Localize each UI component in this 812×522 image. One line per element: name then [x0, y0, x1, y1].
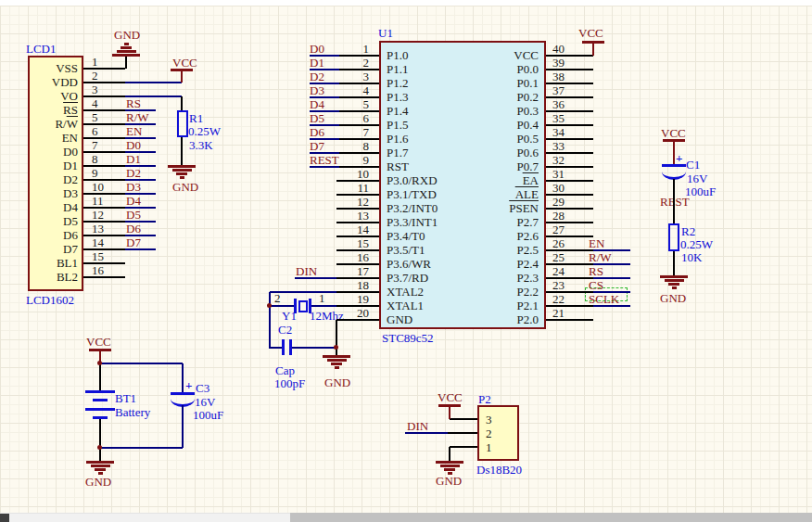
p2-body[interactable] — [477, 405, 519, 461]
lcd1-comment[interactable]: LCD1602 — [26, 294, 74, 306]
net-label[interactable]: RS — [126, 97, 141, 109]
r2-resistor-symbol[interactable] — [668, 223, 679, 251]
gnd-power-symbol-bar[interactable] — [98, 472, 103, 475]
net-label[interactable]: D0 — [310, 43, 324, 55]
wire-segment[interactable] — [181, 96, 183, 110]
bt1-battery-plate-short-1[interactable] — [93, 399, 108, 401]
lcd-pin-wire[interactable] — [83, 137, 125, 139]
lcd-pin-wire[interactable] — [83, 207, 125, 209]
u1-comment[interactable]: STC89c52 — [382, 332, 434, 344]
gnd-label-top[interactable]: GND — [114, 29, 140, 41]
r1-resistor-symbol[interactable] — [177, 110, 188, 137]
wire-segment[interactable] — [182, 363, 184, 392]
net-label[interactable]: EN — [126, 125, 142, 137]
wire-segment[interactable] — [673, 251, 675, 275]
gnd-power-symbol-bar[interactable] — [176, 172, 187, 175]
wire-segment[interactable] — [99, 363, 101, 390]
net-label[interactable]: D5 — [310, 112, 324, 124]
net-label[interactable]: D7 — [310, 140, 324, 152]
gnd-power-symbol-bar[interactable] — [91, 465, 110, 467]
c1-voltage[interactable]: 16V — [687, 172, 707, 185]
gnd-power-symbol-bar[interactable] — [86, 461, 114, 464]
wire-segment[interactable] — [448, 432, 477, 434]
vcc-power-stub[interactable] — [673, 142, 675, 164]
net-label[interactable]: D4 — [310, 98, 324, 110]
wire-segment[interactable] — [311, 305, 336, 307]
wire-segment[interactable] — [673, 179, 675, 223]
wire-segment[interactable] — [100, 363, 183, 364]
gnd-power-symbol-bar[interactable] — [335, 366, 339, 369]
r1-rating[interactable]: 0.25W — [188, 125, 221, 137]
gnd-power-symbol-bar[interactable] — [672, 286, 677, 289]
net-label[interactable]: REST — [310, 154, 339, 166]
net-label[interactable]: D0 — [126, 139, 141, 151]
p2-designator[interactable]: P2 — [478, 393, 491, 405]
gnd-label-r2[interactable]: GND — [660, 292, 686, 304]
gnd-power-symbol-bar[interactable] — [112, 54, 140, 57]
bt1-battery-plate-long-1[interactable] — [85, 390, 115, 393]
lcd-pin-wire[interactable] — [83, 248, 125, 250]
vcc-power-stub[interactable] — [181, 71, 183, 83]
net-label[interactable]: CS — [589, 279, 603, 291]
u1-pin-wire[interactable] — [546, 319, 593, 321]
wire-segment[interactable] — [449, 447, 450, 461]
lcd-pin-wire[interactable] — [83, 109, 125, 111]
p2-comment[interactable]: Ds18B20 — [476, 464, 522, 476]
net-label[interactable]: D2 — [126, 167, 141, 179]
lcd-pin-wire[interactable] — [83, 235, 125, 236]
vcc-label-battery[interactable]: VCC — [86, 336, 111, 348]
gnd-power-symbol-bar[interactable] — [180, 176, 184, 179]
vcc-power-stub[interactable] — [449, 407, 450, 419]
net-label[interactable]: R/W — [589, 251, 612, 263]
lcd-pin-wire[interactable] — [83, 82, 125, 83]
lcd-pin-wire[interactable] — [83, 123, 125, 125]
lcd-pin-wire[interactable] — [83, 179, 125, 181]
wire-segment[interactable] — [181, 137, 183, 165]
gnd-power-symbol-bar[interactable] — [327, 359, 347, 362]
lcd-pin-wire[interactable] — [83, 68, 125, 70]
wire-segment[interactable] — [125, 82, 182, 83]
gnd-power-symbol-bar[interactable] — [448, 472, 452, 475]
lcd-pin-wire[interactable] — [83, 221, 125, 223]
lcd-pin-wire[interactable] — [83, 165, 125, 167]
net-label[interactable]: DIN — [296, 265, 317, 277]
r1-value[interactable]: 3.3K — [189, 139, 213, 151]
gnd-power-symbol-bar[interactable] — [436, 461, 463, 464]
c2-designator[interactable]: C2 — [278, 324, 292, 336]
u1-designator[interactable]: U1 — [378, 27, 393, 39]
gnd-power-symbol-bar[interactable] — [168, 165, 196, 168]
wire-segment[interactable] — [270, 305, 294, 307]
wire-segment[interactable] — [270, 347, 282, 349]
wire-segment[interactable] — [450, 418, 477, 420]
gnd-power-symbol-bar[interactable] — [440, 465, 460, 467]
wire-segment[interactable] — [292, 347, 336, 349]
r2-value[interactable]: 10K — [681, 251, 702, 263]
lcd1-designator[interactable]: LCD1 — [26, 43, 57, 55]
gnd-power-symbol-bar[interactable] — [668, 283, 679, 286]
vcc-power-stub[interactable] — [592, 44, 594, 56]
gnd-power-symbol-bar[interactable] — [124, 43, 129, 45]
net-label[interactable]: D6 — [126, 223, 141, 235]
vcc-label-u1[interactable]: VCC — [578, 27, 603, 39]
vcc-label-lcd[interactable]: VCC — [172, 57, 197, 69]
wire-segment[interactable] — [125, 57, 127, 69]
y1-designator[interactable]: Y1 — [282, 310, 297, 322]
y1-crystal-body[interactable] — [298, 300, 308, 312]
wire-segment[interactable] — [100, 447, 183, 449]
bt1-designator[interactable]: BT1 — [115, 392, 136, 404]
c2-value[interactable]: 100pF — [274, 377, 305, 389]
bt1-battery-plate-long-2[interactable] — [85, 408, 115, 411]
net-label[interactable]: R/W — [126, 111, 149, 123]
gnd-power-symbol-bar[interactable] — [331, 363, 342, 365]
wire-segment[interactable] — [336, 320, 337, 355]
r2-rating[interactable]: 0.25W — [680, 238, 713, 250]
r1-designator[interactable]: R1 — [189, 112, 203, 124]
gnd-power-symbol-bar[interactable] — [117, 50, 136, 53]
net-label[interactable]: D1 — [310, 57, 324, 69]
u1-pin-wire[interactable] — [336, 319, 379, 321]
wire-segment[interactable] — [269, 292, 271, 349]
c1-capacitor-plate-top[interactable] — [662, 164, 686, 167]
gnd-power-symbol-bar[interactable] — [95, 468, 106, 471]
bt1-comment[interactable]: Battery — [115, 406, 150, 418]
wire-segment[interactable] — [125, 95, 182, 97]
